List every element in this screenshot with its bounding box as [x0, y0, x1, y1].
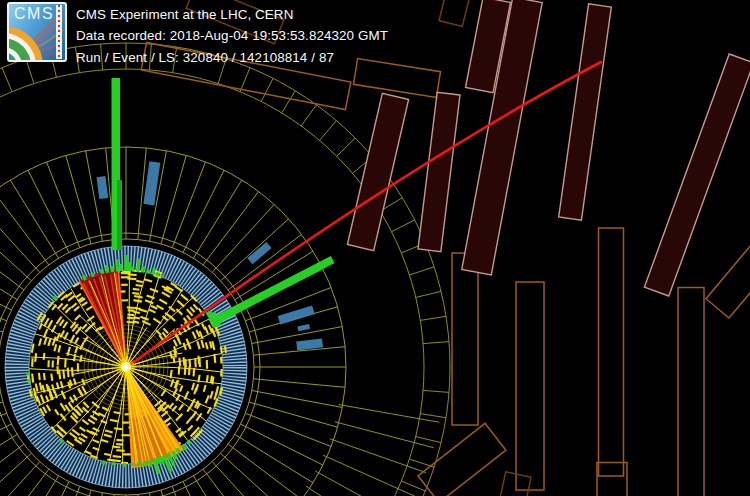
header-run: Run / Event / LS: 320840 / 142108814 / 8… [76, 47, 388, 68]
interaction-vertex [117, 358, 135, 376]
header-title: CMS Experiment at the LHC, CERN [76, 4, 388, 25]
cms-logo-wordmark: CMS [14, 5, 54, 23]
event-display-window: CMS CMS Experiment at the LHC, CERN Data… [0, 0, 750, 496]
cms-logo-side-strip [56, 5, 62, 59]
header-date: Data recorded: 2018-Aug-04 19:53:53.8243… [76, 25, 388, 46]
muon-chambers-hit [347, 0, 750, 296]
cms-logo: CMS [7, 2, 67, 62]
event-info-header: CMS Experiment at the LHC, CERN Data rec… [76, 4, 388, 68]
event-display-canvas[interactable] [0, 0, 750, 496]
